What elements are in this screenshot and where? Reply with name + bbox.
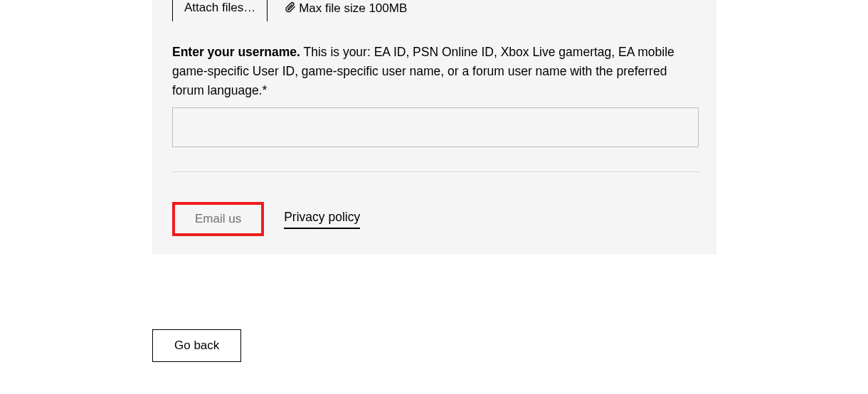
attach-files-button[interactable]: Attach files…	[172, 0, 268, 21]
attach-row: Attach files… Max file size 100MB	[172, 0, 697, 21]
username-prompt: Enter your username. This is your: EA ID…	[172, 43, 697, 100]
divider	[172, 171, 699, 172]
actions-row: Email us Privacy policy	[172, 202, 697, 236]
paperclip-icon	[285, 1, 296, 16]
form-panel: Attach files… Max file size 100MB Enter …	[152, 0, 716, 255]
username-prompt-strong: Enter your username.	[172, 45, 300, 59]
email-us-button[interactable]: Email us	[172, 202, 264, 236]
max-file-size-label: Max file size 100MB	[285, 1, 407, 16]
privacy-policy-link[interactable]: Privacy policy	[284, 210, 360, 229]
go-back-button[interactable]: Go back	[152, 329, 241, 362]
username-input[interactable]	[172, 107, 699, 147]
max-file-size-text: Max file size 100MB	[299, 1, 407, 16]
